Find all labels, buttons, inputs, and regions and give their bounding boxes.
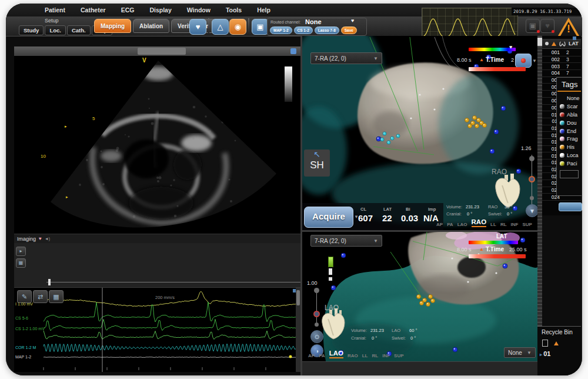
tag-item-scar[interactable]: Scar [557, 102, 582, 111]
recycle-bin-panel[interactable]: Recycle Bin ▸ 01 [537, 326, 581, 375]
acquire-button[interactable]: Acquire [304, 207, 353, 228]
tag-item-abla[interactable]: Abla [557, 111, 582, 119]
tag-item-paci[interactable]: Paci [557, 159, 582, 168]
orientation-buttons-view1: APPALAORAOLLRLINFSUP [436, 218, 532, 227]
tag-filter-value: None [508, 350, 522, 356]
cine-slider-track[interactable] [46, 282, 305, 282]
orientation-ap[interactable]: AP [308, 353, 315, 358]
point-row[interactable]: 0023 [542, 56, 581, 64]
zoom-slider-bottom[interactable] [530, 196, 534, 200]
orientation-rl[interactable]: RL [372, 353, 379, 358]
map-selector-view1[interactable]: 7-RA (22, 0)▼ [310, 52, 382, 64]
orientation-lao[interactable]: LAO [329, 350, 343, 358]
cine-play-button[interactable]: ▸ [16, 247, 26, 256]
map-view-1[interactable]: 7-RA (22, 0)▼ ♥ 8.00 s ▲ T.Time 2 ▼ ↖ SH… [302, 36, 537, 230]
routed-channel-button[interactable]: MAP 1-2 [270, 26, 292, 34]
orientation-ll[interactable]: LL [490, 222, 496, 227]
orientation-pa[interactable]: PA [447, 222, 453, 227]
zoom-slider-top[interactable] [529, 156, 534, 161]
mode-button-mapping[interactable]: Mapping [94, 19, 131, 33]
ecg-scrollbar-handle[interactable] [296, 290, 300, 305]
reference-heart-model[interactable] [319, 308, 349, 341]
tags-input-box[interactable] [560, 170, 579, 178]
zoom-slider-bottom[interactable] [315, 323, 319, 327]
sidebar-ruler-scrollbar[interactable] [537, 36, 542, 361]
orientation-inf[interactable]: INF [382, 353, 390, 358]
lat-column-header[interactable]: LAT [569, 41, 579, 46]
anatomy-icon[interactable] [559, 41, 566, 46]
ecg-scrollbar[interactable] [296, 288, 300, 372]
point-row[interactable]: 0012 [542, 49, 581, 56]
orientation-inf[interactable]: INF [511, 222, 519, 227]
video-camera-button[interactable]: ◉ [229, 19, 246, 35]
map-selector-view2[interactable]: 7-RA (22, 0)▼ [310, 235, 382, 247]
orientation-rao[interactable]: RAO [348, 353, 358, 358]
chevron-down-icon[interactable]: ▼ [532, 58, 537, 64]
menu-item-help[interactable]: Help [257, 6, 270, 14]
orientation-ll[interactable]: LL [362, 353, 368, 358]
sidebar-footer-button[interactable] [559, 202, 582, 211]
alert-bell-button[interactable]: △ [212, 19, 229, 35]
status-heart-icon[interactable]: ♥ [540, 19, 554, 33]
recycle-bin-row[interactable]: ▸ 01 [540, 350, 551, 357]
point-row[interactable]: 0037 [542, 63, 581, 70]
view-options-button[interactable]: ▼ [526, 204, 539, 217]
tag-item-his[interactable]: His [557, 143, 582, 151]
tag-item-none[interactable]: None [557, 94, 582, 102]
zoom-slider-top[interactable] [314, 288, 319, 293]
menu-item-display[interactable]: Display [149, 6, 171, 14]
ecg-pan-button[interactable]: ⇄ [33, 290, 48, 303]
cine-grid-button[interactable]: ▦ [16, 258, 26, 268]
focus-marker-icon: ▸ [66, 195, 68, 200]
zoom-slider-handle[interactable] [529, 176, 535, 182]
menu-item-catheter[interactable]: Catheter [81, 6, 106, 14]
monitor-button[interactable]: ▣ [252, 19, 269, 35]
routed-channel-button[interactable]: Lasso 7-8 [315, 26, 339, 34]
point-dot-icon[interactable] [545, 42, 549, 45]
orientation-rl[interactable]: RL [500, 222, 507, 227]
map-point-yellow [420, 301, 424, 305]
tag-item-loca[interactable]: Loca [557, 151, 582, 159]
speaker-icon[interactable]: ◄) [45, 237, 50, 241]
tab-study[interactable]: Study [19, 25, 44, 35]
menu-item-window[interactable]: Window [187, 6, 211, 14]
orientation-pa[interactable]: PA [319, 353, 325, 358]
page-icon[interactable] [542, 340, 548, 347]
orientation-lao[interactable]: LAO [457, 222, 467, 227]
tab-cath[interactable]: Cath. [67, 25, 91, 35]
ecg-caliper-button[interactable]: ✎ [17, 290, 32, 303]
ultrasound-window-icon[interactable] [290, 48, 296, 54]
tags-popup[interactable]: Tags NoneScarAblaDouEndFragHisLocaPaci [556, 77, 582, 196]
ecg-panel[interactable]: ✎ ⇄ ▦ 200 mm/s I 1.00 mVCS 5-6CS 1-2 1.0… [14, 287, 300, 372]
tag-item-dou[interactable]: Dou [557, 119, 582, 127]
menu-item-ecg[interactable]: ECG [121, 6, 135, 14]
mode-button-ablation[interactable]: Ablation [133, 19, 169, 33]
save-button[interactable]: Save [341, 26, 357, 34]
tab-loc[interactable]: Loc. [45, 25, 66, 35]
ecg-grid-button[interactable]: ▦ [49, 290, 64, 303]
point-row[interactable]: 0047 [542, 70, 581, 77]
status-icon[interactable]: ▣ [526, 19, 540, 33]
tag-filter-dropdown[interactable]: None▼ [504, 347, 536, 358]
orientation-ap[interactable]: AP [436, 222, 443, 227]
routed-channel-value[interactable]: None [305, 18, 322, 25]
ultrasound-image-panel[interactable]: V 5 10 ▸ ▸ [14, 56, 300, 234]
tag-item-frag[interactable]: Frag [557, 135, 582, 143]
points-corner-icon[interactable] [573, 36, 576, 40]
favorite-heart-button[interactable]: ♥ [189, 19, 206, 35]
zoom-slider-track[interactable] [316, 289, 317, 325]
cine-slider-handle[interactable] [48, 279, 51, 285]
orientation-sup[interactable]: SUP [394, 353, 403, 358]
tag-item-end[interactable]: End [557, 127, 582, 135]
orientation-sup[interactable]: SUP [522, 222, 532, 227]
orientation-rao[interactable]: RAO [472, 218, 487, 227]
scrollbar-handle[interactable] [537, 38, 542, 46]
record-button[interactable] [515, 54, 532, 68]
map-view-2[interactable]: 7-RA (22, 0)▼ LAT 8.00 s ▲ T.Time 25.00 … [302, 232, 537, 361]
sh-shortcut-box[interactable]: ↖ SH [304, 149, 330, 177]
menu-item-tools[interactable]: Tools [226, 6, 242, 14]
tag-triangle-icon[interactable] [552, 42, 556, 46]
menu-item-patient[interactable]: Patient [45, 6, 65, 14]
tag-triangle-icon[interactable] [554, 341, 559, 345]
routed-channel-button[interactable]: CS 1-2 [294, 26, 313, 34]
